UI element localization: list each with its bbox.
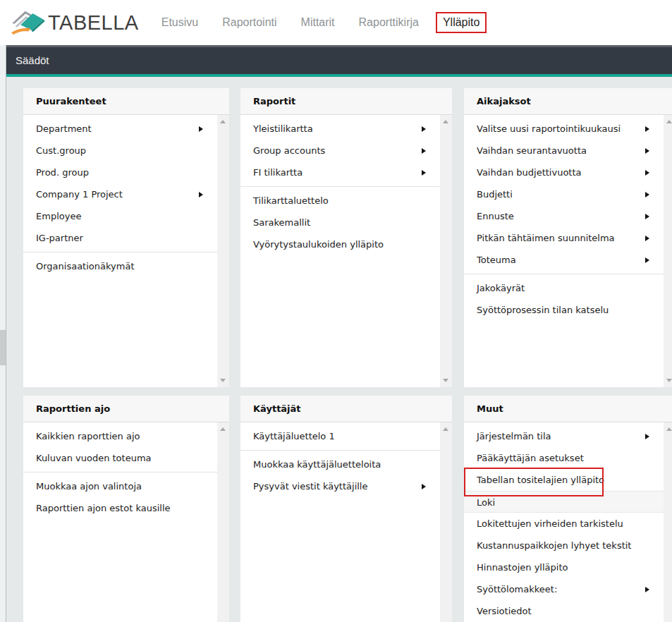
menu-item-label: Pysyvät viestit käyttäjille — [253, 481, 367, 492]
menu-item-label: Hinnastojen ylläpito — [477, 562, 568, 573]
menu-item-loki[interactable]: Loki — [464, 491, 664, 513]
menu-item-syöttöprosessin-tilan-katselu[interactable]: Syöttöprosessin tilan katselu — [464, 299, 664, 321]
panel-list: Valitse uusi raportointikuukausiVaihdan … — [464, 115, 672, 387]
scroll-up-icon[interactable] — [220, 120, 226, 123]
menu-item-budjetti[interactable]: Budjetti — [464, 183, 664, 205]
tabella-logo-icon — [10, 7, 47, 38]
panel-title: Aikajaksot — [464, 88, 672, 114]
nav-item-etusivu[interactable]: Etusivu — [154, 12, 205, 33]
menu-item-label: Valitse uusi raportointikuukausi — [477, 123, 621, 134]
scroll-up-icon[interactable] — [666, 427, 672, 431]
submenu-arrow-icon — [645, 192, 649, 197]
scroll-down-icon[interactable] — [443, 379, 448, 382]
menu-item-tilikarttaluettelo[interactable]: Tilikarttaluettelo — [240, 190, 440, 212]
scroll-up-icon[interactable] — [220, 427, 226, 431]
menu-item-label: Company 1 Project — [36, 189, 123, 200]
menu-item-label: Loki — [477, 497, 495, 508]
submenu-arrow-icon — [645, 587, 649, 592]
menu-item-pitkän-tähtäimen-suunnitelma[interactable]: Pitkän tähtäimen suunnitelma — [464, 227, 664, 249]
menu-item-toteuma[interactable]: Toteuma — [464, 249, 664, 271]
group-separator — [23, 252, 217, 252]
group-separator — [23, 472, 217, 472]
splitter-handle[interactable] — [0, 330, 6, 365]
menu-item-hinnastojen-ylläpito[interactable]: Hinnastojen ylläpito — [464, 556, 664, 578]
submenu-arrow-icon — [199, 192, 203, 197]
nav-item-raportointi[interactable]: Raportointi — [215, 12, 283, 33]
subheader-title: Säädöt — [6, 47, 672, 74]
panel-title: Puurakenteet — [23, 88, 229, 114]
menu-item-ig-partner[interactable]: IG-partner — [23, 227, 217, 249]
group-separator — [240, 450, 440, 451]
menu-item-muokkaa-ajon-valintoja[interactable]: Muokkaa ajon valintoja — [23, 475, 217, 497]
menu-item-sarakemallit[interactable]: Sarakemallit — [240, 212, 440, 233]
panel-raportit: RaportitYleistilikarttaGroup accountsFI … — [240, 88, 452, 387]
menu-item-label: FI tilikartta — [253, 167, 303, 178]
menu-item-label: Tabellan tositelajien ylläpito — [477, 475, 604, 485]
menu-item-muokkaa-käyttäjäluetteloita[interactable]: Muokkaa käyttäjäluetteloita — [240, 453, 440, 475]
menu-item-ennuste[interactable]: Ennuste — [464, 205, 664, 227]
menu-item-vaihdan-seurantavuotta[interactable]: Vaihdan seurantavuotta — [464, 140, 664, 161]
panel-scrollbar[interactable] — [440, 422, 452, 622]
submenu-arrow-icon — [645, 257, 649, 263]
submenu-arrow-icon — [645, 126, 649, 132]
submenu-arrow-icon — [645, 170, 649, 176]
menu-item-lokitettujen-virheiden-tarkistelu[interactable]: Lokitettujen virheiden tarkistelu — [464, 513, 664, 535]
menu-item-versiotiedot[interactable]: Versiotiedot — [464, 600, 664, 622]
panel-scrollbar[interactable] — [440, 115, 452, 387]
menu-item-label: Lokitettujen virheiden tarkistelu — [477, 518, 623, 529]
menu-item-fi-tilikartta[interactable]: FI tilikartta — [240, 161, 440, 183]
nav-item-ylläpito[interactable]: Ylläpito — [436, 12, 487, 33]
menu-item-järjestelmän-tila[interactable]: Järjestelmän tila — [464, 425, 664, 447]
menu-item-label: Syöttölomakkeet: — [477, 584, 557, 594]
panel-scrollbar[interactable] — [664, 115, 672, 387]
menu-item-vaihdan-budjettivuotta[interactable]: Vaihdan budjettivuotta — [464, 161, 664, 183]
menu-item-vyörytystaulukoiden-ylläpito[interactable]: Vyörytystaulukoiden ylläpito — [240, 233, 440, 255]
scroll-up-icon[interactable] — [443, 120, 448, 123]
menu-item-kaikkien-raporttien-ajo[interactable]: Kaikkien raporttien ajo — [23, 425, 217, 447]
menu-item-käyttäjäluettelo-1[interactable]: Käyttäjäluettelo 1 — [240, 425, 440, 447]
scroll-up-icon[interactable] — [666, 120, 672, 123]
menu-item-label: Järjestelmän tila — [477, 431, 551, 441]
menu-item-pääkäyttäjän-asetukset[interactable]: Pääkäyttäjän asetukset — [464, 447, 664, 469]
menu-item-cust-group[interactable]: Cust.group — [23, 140, 217, 161]
menu-item-raporttien-ajon-estot-kausille[interactable]: Raporttien ajon estot kausille — [23, 497, 217, 519]
menu-item-label: Vaihdan seurantavuotta — [477, 145, 587, 156]
menu-item-group-accounts[interactable]: Group accounts — [240, 140, 440, 161]
menu-item-organisaationäkymät[interactable]: Organisaationäkymät — [23, 255, 217, 277]
submenu-arrow-icon — [645, 148, 649, 154]
menu-item-label: Cust.group — [36, 145, 86, 156]
panel-scrollbar[interactable] — [664, 422, 672, 622]
nav-item-mittarit[interactable]: Mittarit — [294, 12, 342, 33]
menu-item-label: Ennuste — [477, 211, 514, 221]
menu-item-valitse-uusi-raportointikuukausi[interactable]: Valitse uusi raportointikuukausi — [464, 118, 664, 140]
app-logo[interactable]: TABELLA — [10, 7, 139, 38]
submenu-arrow-icon — [422, 126, 426, 132]
content-area: Säädöt PuurakenteetDepartmentCust.groupP… — [0, 45, 672, 622]
panel-käyttäjät: KäyttäjätKäyttäjäluettelo 1Muokkaa käytt… — [240, 396, 452, 622]
menu-item-label: Muokkaa käyttäjäluetteloita — [253, 459, 381, 470]
panel-scrollbar[interactable] — [217, 422, 229, 622]
menu-item-department[interactable]: Department — [23, 118, 217, 140]
menu-item-kustannuspaikkojen-lyhyet-tekstit[interactable]: Kustannuspaikkojen lyhyet tekstit — [464, 535, 664, 556]
panel-scrollbar[interactable] — [217, 115, 229, 387]
submenu-arrow-icon — [422, 148, 426, 154]
menu-item-label: Kustannuspaikkojen lyhyet tekstit — [477, 540, 631, 551]
scroll-down-icon[interactable] — [666, 379, 672, 382]
menu-item-syöttölomakkeet[interactable]: Syöttölomakkeet: — [464, 578, 664, 600]
nav-item-raporttikirja[interactable]: Raporttikirja — [352, 12, 426, 33]
menu-item-label: Group accounts — [253, 145, 325, 156]
menu-item-jakokäyrät[interactable]: Jakokäyrät — [464, 277, 664, 299]
menu-item-kuluvan-vuoden-toteuma[interactable]: Kuluvan vuoden toteuma — [23, 447, 217, 469]
menu-item-tabellan-tositelajien-ylläpito[interactable]: Tabellan tositelajien ylläpito — [464, 469, 664, 491]
menu-item-label: Vyörytystaulukoiden ylläpito — [253, 239, 384, 250]
menu-item-employee[interactable]: Employee — [23, 205, 217, 227]
menu-item-pysyvät-viestit-käyttäjille[interactable]: Pysyvät viestit käyttäjille — [240, 475, 440, 497]
panel-header: Raporttien ajo — [23, 396, 229, 422]
scroll-down-icon[interactable] — [220, 379, 226, 382]
splitter-strip[interactable] — [0, 45, 6, 622]
menu-item-yleistilikartta[interactable]: Yleistilikartta — [240, 118, 440, 140]
menu-item-prod-group[interactable]: Prod. group — [23, 161, 217, 183]
panel-title: Käyttäjät — [240, 396, 452, 422]
menu-item-company-1-project[interactable]: Company 1 Project — [23, 183, 217, 205]
scroll-up-icon[interactable] — [443, 427, 448, 431]
